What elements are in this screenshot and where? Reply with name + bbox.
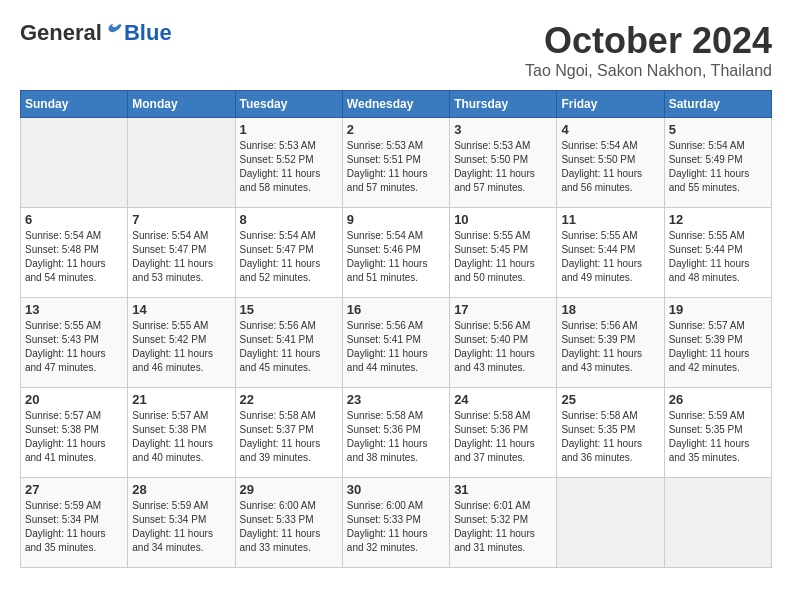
calendar-cell: 5Sunrise: 5:54 AM Sunset: 5:49 PM Daylig… bbox=[664, 118, 771, 208]
weekday-header-wednesday: Wednesday bbox=[342, 91, 449, 118]
day-number: 16 bbox=[347, 302, 445, 317]
weekday-header-sunday: Sunday bbox=[21, 91, 128, 118]
day-info: Sunrise: 5:56 AM Sunset: 5:41 PM Dayligh… bbox=[347, 319, 445, 375]
calendar-cell: 1Sunrise: 5:53 AM Sunset: 5:52 PM Daylig… bbox=[235, 118, 342, 208]
logo-blue: Blue bbox=[124, 20, 172, 46]
day-number: 27 bbox=[25, 482, 123, 497]
calendar-cell: 11Sunrise: 5:55 AM Sunset: 5:44 PM Dayli… bbox=[557, 208, 664, 298]
day-info: Sunrise: 5:57 AM Sunset: 5:39 PM Dayligh… bbox=[669, 319, 767, 375]
day-number: 1 bbox=[240, 122, 338, 137]
calendar-week-row: 20Sunrise: 5:57 AM Sunset: 5:38 PM Dayli… bbox=[21, 388, 772, 478]
calendar-cell: 31Sunrise: 6:01 AM Sunset: 5:32 PM Dayli… bbox=[450, 478, 557, 568]
calendar-cell: 7Sunrise: 5:54 AM Sunset: 5:47 PM Daylig… bbox=[128, 208, 235, 298]
day-info: Sunrise: 6:01 AM Sunset: 5:32 PM Dayligh… bbox=[454, 499, 552, 555]
day-info: Sunrise: 5:57 AM Sunset: 5:38 PM Dayligh… bbox=[132, 409, 230, 465]
day-info: Sunrise: 5:56 AM Sunset: 5:40 PM Dayligh… bbox=[454, 319, 552, 375]
day-number: 23 bbox=[347, 392, 445, 407]
day-number: 31 bbox=[454, 482, 552, 497]
day-number: 29 bbox=[240, 482, 338, 497]
logo-bird-icon bbox=[104, 22, 124, 42]
day-number: 6 bbox=[25, 212, 123, 227]
day-number: 25 bbox=[561, 392, 659, 407]
day-info: Sunrise: 5:54 AM Sunset: 5:47 PM Dayligh… bbox=[132, 229, 230, 285]
day-number: 28 bbox=[132, 482, 230, 497]
calendar-cell: 6Sunrise: 5:54 AM Sunset: 5:48 PM Daylig… bbox=[21, 208, 128, 298]
calendar-cell bbox=[664, 478, 771, 568]
day-number: 11 bbox=[561, 212, 659, 227]
day-number: 10 bbox=[454, 212, 552, 227]
day-number: 21 bbox=[132, 392, 230, 407]
calendar-cell: 17Sunrise: 5:56 AM Sunset: 5:40 PM Dayli… bbox=[450, 298, 557, 388]
day-number: 24 bbox=[454, 392, 552, 407]
day-info: Sunrise: 5:54 AM Sunset: 5:49 PM Dayligh… bbox=[669, 139, 767, 195]
day-info: Sunrise: 5:58 AM Sunset: 5:37 PM Dayligh… bbox=[240, 409, 338, 465]
weekday-header-tuesday: Tuesday bbox=[235, 91, 342, 118]
day-info: Sunrise: 6:00 AM Sunset: 5:33 PM Dayligh… bbox=[347, 499, 445, 555]
day-number: 15 bbox=[240, 302, 338, 317]
day-info: Sunrise: 5:53 AM Sunset: 5:50 PM Dayligh… bbox=[454, 139, 552, 195]
day-number: 14 bbox=[132, 302, 230, 317]
page-header: General Blue October 2024 Tao Ngoi, Sako… bbox=[20, 20, 772, 80]
calendar-cell: 25Sunrise: 5:58 AM Sunset: 5:35 PM Dayli… bbox=[557, 388, 664, 478]
day-info: Sunrise: 5:54 AM Sunset: 5:47 PM Dayligh… bbox=[240, 229, 338, 285]
day-number: 2 bbox=[347, 122, 445, 137]
calendar-cell: 30Sunrise: 6:00 AM Sunset: 5:33 PM Dayli… bbox=[342, 478, 449, 568]
day-number: 26 bbox=[669, 392, 767, 407]
weekday-header-row: SundayMondayTuesdayWednesdayThursdayFrid… bbox=[21, 91, 772, 118]
weekday-header-monday: Monday bbox=[128, 91, 235, 118]
day-info: Sunrise: 5:55 AM Sunset: 5:43 PM Dayligh… bbox=[25, 319, 123, 375]
calendar-week-row: 6Sunrise: 5:54 AM Sunset: 5:48 PM Daylig… bbox=[21, 208, 772, 298]
day-info: Sunrise: 6:00 AM Sunset: 5:33 PM Dayligh… bbox=[240, 499, 338, 555]
day-number: 4 bbox=[561, 122, 659, 137]
day-info: Sunrise: 5:58 AM Sunset: 5:36 PM Dayligh… bbox=[454, 409, 552, 465]
calendar-table: SundayMondayTuesdayWednesdayThursdayFrid… bbox=[20, 90, 772, 568]
day-info: Sunrise: 5:56 AM Sunset: 5:39 PM Dayligh… bbox=[561, 319, 659, 375]
day-number: 5 bbox=[669, 122, 767, 137]
calendar-week-row: 27Sunrise: 5:59 AM Sunset: 5:34 PM Dayli… bbox=[21, 478, 772, 568]
day-info: Sunrise: 5:56 AM Sunset: 5:41 PM Dayligh… bbox=[240, 319, 338, 375]
calendar-cell bbox=[557, 478, 664, 568]
calendar-cell: 13Sunrise: 5:55 AM Sunset: 5:43 PM Dayli… bbox=[21, 298, 128, 388]
calendar-cell: 14Sunrise: 5:55 AM Sunset: 5:42 PM Dayli… bbox=[128, 298, 235, 388]
day-number: 17 bbox=[454, 302, 552, 317]
calendar-week-row: 13Sunrise: 5:55 AM Sunset: 5:43 PM Dayli… bbox=[21, 298, 772, 388]
day-number: 13 bbox=[25, 302, 123, 317]
day-info: Sunrise: 5:58 AM Sunset: 5:36 PM Dayligh… bbox=[347, 409, 445, 465]
location-title: Tao Ngoi, Sakon Nakhon, Thailand bbox=[525, 62, 772, 80]
day-number: 30 bbox=[347, 482, 445, 497]
day-info: Sunrise: 5:54 AM Sunset: 5:50 PM Dayligh… bbox=[561, 139, 659, 195]
weekday-header-thursday: Thursday bbox=[450, 91, 557, 118]
calendar-cell: 4Sunrise: 5:54 AM Sunset: 5:50 PM Daylig… bbox=[557, 118, 664, 208]
day-number: 7 bbox=[132, 212, 230, 227]
day-number: 19 bbox=[669, 302, 767, 317]
calendar-cell: 18Sunrise: 5:56 AM Sunset: 5:39 PM Dayli… bbox=[557, 298, 664, 388]
calendar-cell: 19Sunrise: 5:57 AM Sunset: 5:39 PM Dayli… bbox=[664, 298, 771, 388]
calendar-cell: 23Sunrise: 5:58 AM Sunset: 5:36 PM Dayli… bbox=[342, 388, 449, 478]
weekday-header-saturday: Saturday bbox=[664, 91, 771, 118]
calendar-cell: 9Sunrise: 5:54 AM Sunset: 5:46 PM Daylig… bbox=[342, 208, 449, 298]
day-number: 8 bbox=[240, 212, 338, 227]
calendar-cell: 29Sunrise: 6:00 AM Sunset: 5:33 PM Dayli… bbox=[235, 478, 342, 568]
calendar-cell: 24Sunrise: 5:58 AM Sunset: 5:36 PM Dayli… bbox=[450, 388, 557, 478]
day-info: Sunrise: 5:54 AM Sunset: 5:46 PM Dayligh… bbox=[347, 229, 445, 285]
calendar-cell: 12Sunrise: 5:55 AM Sunset: 5:44 PM Dayli… bbox=[664, 208, 771, 298]
calendar-cell: 22Sunrise: 5:58 AM Sunset: 5:37 PM Dayli… bbox=[235, 388, 342, 478]
day-info: Sunrise: 5:59 AM Sunset: 5:35 PM Dayligh… bbox=[669, 409, 767, 465]
day-info: Sunrise: 5:55 AM Sunset: 5:42 PM Dayligh… bbox=[132, 319, 230, 375]
calendar-cell: 15Sunrise: 5:56 AM Sunset: 5:41 PM Dayli… bbox=[235, 298, 342, 388]
logo-general: General bbox=[20, 20, 102, 46]
calendar-cell bbox=[21, 118, 128, 208]
calendar-cell: 28Sunrise: 5:59 AM Sunset: 5:34 PM Dayli… bbox=[128, 478, 235, 568]
day-number: 20 bbox=[25, 392, 123, 407]
title-block: October 2024 Tao Ngoi, Sakon Nakhon, Tha… bbox=[525, 20, 772, 80]
day-info: Sunrise: 5:55 AM Sunset: 5:44 PM Dayligh… bbox=[669, 229, 767, 285]
day-info: Sunrise: 5:53 AM Sunset: 5:51 PM Dayligh… bbox=[347, 139, 445, 195]
day-info: Sunrise: 5:55 AM Sunset: 5:45 PM Dayligh… bbox=[454, 229, 552, 285]
calendar-cell: 8Sunrise: 5:54 AM Sunset: 5:47 PM Daylig… bbox=[235, 208, 342, 298]
day-number: 3 bbox=[454, 122, 552, 137]
calendar-cell: 21Sunrise: 5:57 AM Sunset: 5:38 PM Dayli… bbox=[128, 388, 235, 478]
calendar-cell: 16Sunrise: 5:56 AM Sunset: 5:41 PM Dayli… bbox=[342, 298, 449, 388]
day-number: 22 bbox=[240, 392, 338, 407]
day-info: Sunrise: 5:58 AM Sunset: 5:35 PM Dayligh… bbox=[561, 409, 659, 465]
calendar-cell: 10Sunrise: 5:55 AM Sunset: 5:45 PM Dayli… bbox=[450, 208, 557, 298]
